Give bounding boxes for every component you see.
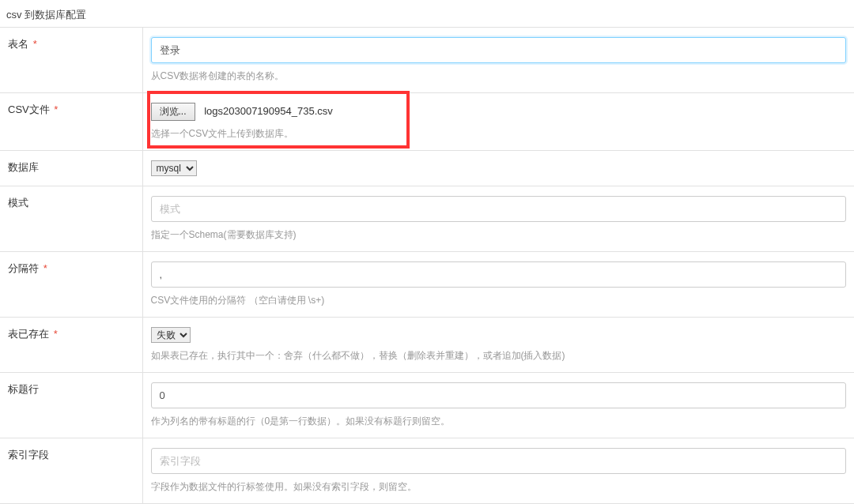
label-database: 数据库	[8, 161, 39, 173]
schema-input[interactable]	[151, 196, 847, 222]
table-name-input[interactable]	[151, 37, 847, 63]
label-index-column: 索引字段	[8, 449, 49, 461]
required-indicator: *	[54, 328, 58, 340]
help-table-name: 从CSV数据将创建的表的名称。	[151, 70, 847, 83]
label-csv-file: CSV文件	[8, 103, 50, 115]
help-index-column: 字段作为数据文件的行标签使用。如果没有索引字段，则留空。	[151, 480, 847, 494]
index-column-input[interactable]	[151, 448, 847, 474]
required-indicator: *	[33, 38, 37, 50]
database-select[interactable]: mysql	[151, 160, 197, 176]
label-header-row: 标题行	[8, 383, 39, 395]
help-table-exists: 如果表已存在，执行其中一个：舍弃（什么都不做），替换（删除表并重建），或者追加(…	[151, 349, 847, 363]
label-table-name: 表名	[8, 38, 28, 50]
label-delimiter: 分隔符	[8, 262, 39, 274]
required-indicator: *	[54, 103, 58, 115]
label-table-exists: 表已存在	[8, 328, 49, 340]
delimiter-input[interactable]	[151, 261, 847, 288]
help-schema: 指定一个Schema(需要数据库支持)	[151, 228, 847, 242]
help-delimiter: CSV文件使用的分隔符 （空白请使用 \s+)	[151, 294, 847, 307]
help-header-row: 作为列名的带有标题的行（0是第一行数据）。如果没有标题行则留空。	[151, 415, 847, 428]
help-csv-file: 选择一个CSV文件上传到数据库。	[151, 127, 847, 141]
browse-button[interactable]: 浏览...	[151, 103, 195, 121]
section-heading: csv 到数据库配置	[0, 0, 854, 27]
header-row-input[interactable]	[151, 382, 847, 408]
table-exists-select[interactable]: 失败	[151, 327, 191, 343]
selected-file-name: logs203007190954_735.csv	[204, 105, 333, 117]
label-schema: 模式	[8, 197, 28, 209]
required-indicator: *	[43, 262, 47, 274]
config-form: 表名 * 从CSV数据将创建的表的名称。 CSV文件 * 浏览... logs2…	[0, 27, 854, 504]
